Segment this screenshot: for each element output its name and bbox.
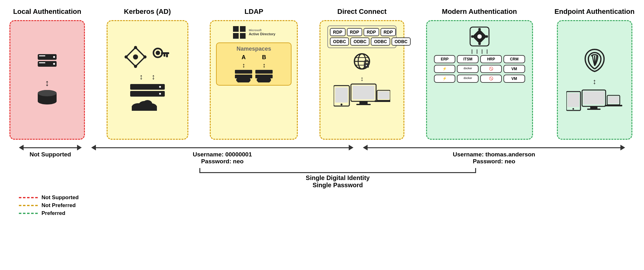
kerberos-title: Kerberos (AD) [124, 8, 171, 16]
modern-diamond-icon [469, 25, 491, 48]
kerberos-server-cloud [129, 82, 166, 114]
legend-preferred: Preferred [19, 210, 635, 217]
docker-1: docker [457, 65, 479, 73]
modern-username-label: Username: thomas.anderson [363, 151, 625, 158]
svg-rect-79 [605, 105, 622, 106]
direct-connect-box: RDP RDP RDP RDP ODBC ODBC ODBC ODBC [319, 20, 404, 140]
modern-password-label: Password: neo [363, 158, 625, 165]
endpoint-auth-box: ↕ [557, 20, 632, 140]
kerberos-password-label: Password: neo [91, 158, 353, 165]
svg-rect-40 [255, 70, 273, 74]
svg-rect-18 [161, 52, 169, 54]
single-identity-label: Single Digital Identity [306, 174, 369, 182]
svg-rect-39 [237, 78, 250, 82]
globe-lock-icon [353, 52, 371, 71]
svg-point-17 [156, 51, 160, 55]
odbc-badge-1: ODBC [330, 37, 349, 46]
database-icon [35, 89, 60, 108]
kerberos-arrows: ↕ ↕ [139, 72, 155, 81]
svg-rect-58 [359, 101, 368, 104]
docker-2: docker [457, 75, 479, 83]
svg-rect-5 [39, 62, 45, 63]
svg-point-65 [477, 34, 482, 39]
odbc-badge-2: ODBC [350, 37, 369, 46]
direct-vertical-arrow: ↕ [360, 75, 364, 82]
local-auth-title: Local Authentication [13, 8, 81, 16]
vm-2: VM [503, 75, 525, 83]
svg-rect-75 [590, 106, 597, 109]
svg-rect-20 [164, 54, 165, 57]
modern-auth-box: ERP ITSM HRP CRM ⚡ docker 🚫 VM ⚡ docker … [426, 20, 533, 140]
ldap-server-a [235, 70, 252, 82]
direct-connect-title: Direct Connect [337, 8, 386, 16]
not-supported-label: Not Supported [19, 151, 82, 158]
svg-rect-57 [353, 86, 375, 99]
kerberos-username-label: Username: 00000001 [91, 151, 353, 158]
diamond-icon [125, 46, 147, 68]
erp-badge: ERP [434, 55, 456, 63]
svg-rect-71 [568, 93, 579, 107]
svg-rect-29 [132, 106, 157, 111]
crm-badge: CRM [503, 55, 525, 63]
svg-point-15 [125, 55, 128, 59]
endpoint-arrow: ↕ [593, 77, 597, 86]
svg-point-9 [38, 90, 57, 96]
svg-point-24 [159, 93, 161, 95]
svg-rect-31 [240, 26, 246, 32]
ldap-title: LDAP [244, 8, 263, 16]
svg-rect-4 [39, 55, 45, 56]
vertical-arrow-local: ↕ [45, 78, 49, 88]
svg-point-14 [134, 65, 137, 68]
svg-point-3 [53, 63, 55, 65]
local-auth-box: ↕ [9, 20, 85, 140]
rdp-badge-3: RDP [364, 28, 379, 36]
kerberos-box: ↕ ↕ [107, 20, 188, 140]
single-password-label: Single Password [313, 182, 363, 189]
rdp-badge-4: RDP [380, 28, 396, 36]
svg-point-23 [159, 86, 161, 88]
itsm-badge: ITSM [457, 55, 479, 63]
svg-point-13 [143, 55, 147, 59]
server-icon [35, 52, 60, 77]
svg-point-68 [478, 42, 481, 45]
svg-rect-30 [233, 26, 239, 32]
odbc-badge-3: ODBC [371, 37, 390, 46]
svg-rect-61 [378, 91, 389, 99]
svg-point-66 [478, 28, 481, 31]
svg-point-2 [53, 56, 55, 58]
lightning-1: ⚡ [434, 65, 456, 73]
svg-point-67 [486, 35, 488, 38]
svg-point-55 [341, 104, 342, 105]
windows-icon [232, 25, 246, 39]
rdp-badge-2: RDP [347, 28, 363, 36]
svg-rect-59 [356, 104, 371, 105]
svg-rect-33 [240, 33, 246, 39]
legend-not-supported: Not Supported [19, 194, 635, 201]
endpoint-devices-icon [566, 88, 623, 114]
odbc-badge-4: ODBC [391, 37, 411, 46]
devices-icon [334, 82, 390, 108]
svg-rect-34 [235, 70, 252, 74]
svg-rect-32 [233, 33, 239, 39]
fingerprint-icon [580, 46, 609, 75]
svg-point-8 [38, 98, 57, 104]
legend-not-preferred: Not Preferred [19, 202, 635, 209]
svg-rect-41 [255, 75, 273, 78]
key-icon [152, 46, 170, 68]
vm-1: VM [503, 65, 525, 73]
ldap-server-b [255, 70, 273, 82]
svg-point-12 [134, 46, 137, 49]
ldap-box: Microsoft Active Directory Namespaces A … [210, 20, 298, 140]
svg-point-72 [572, 108, 574, 110]
endpoint-auth-title: Endpoint Authentication [554, 8, 635, 16]
svg-rect-45 [258, 78, 270, 82]
svg-rect-74 [583, 91, 604, 104]
svg-rect-19 [166, 54, 168, 57]
rdp-badge-1: RDP [330, 28, 346, 36]
svg-point-52 [366, 65, 367, 66]
modern-auth-title: Modern Authentication [442, 8, 517, 16]
no-icon-2: 🚫 [480, 75, 502, 83]
hrp-badge: HRP [480, 55, 502, 63]
lightning-2: ⚡ [434, 75, 456, 83]
svg-rect-76 [587, 109, 601, 110]
